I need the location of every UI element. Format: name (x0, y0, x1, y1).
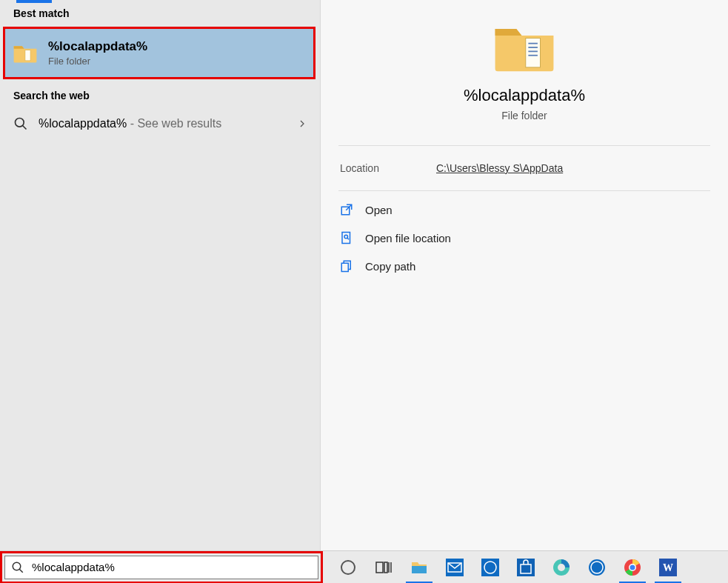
best-match-subtitle: File folder (48, 56, 147, 67)
search-web-header: Search the web (0, 82, 320, 107)
annotation-highlight-2 (0, 551, 323, 584)
cortana-icon (341, 560, 355, 575)
open-icon (340, 203, 353, 216)
web-search-result[interactable]: %localappdata% - See web results (0, 107, 320, 140)
svg-rect-3 (526, 38, 541, 67)
taskbar-cortana[interactable] (330, 551, 366, 584)
svg-line-12 (347, 238, 349, 239)
taskbar-apps: W (330, 551, 686, 583)
svg-rect-17 (376, 562, 383, 573)
action-open-location[interactable]: Open file location (340, 224, 728, 252)
search-icon (11, 561, 24, 574)
taskbar: W (0, 550, 728, 583)
mail-icon (446, 559, 464, 576)
word-icon: W (659, 559, 677, 576)
taskbar-dell-update[interactable] (579, 551, 615, 584)
svg-rect-14 (341, 263, 348, 271)
svg-point-1 (16, 119, 24, 127)
copy-path-icon (340, 259, 353, 273)
preview-panel: %localappdata% File folder Location C:\U… (321, 0, 728, 550)
svg-rect-18 (384, 562, 387, 573)
dell-update-icon (588, 559, 606, 576)
best-match-title: %localappdata% (48, 39, 147, 54)
taskbar-file-explorer[interactable] (401, 551, 437, 584)
preview-title: %localappdata% (321, 86, 728, 105)
taskbar-edge[interactable] (544, 551, 579, 584)
best-match-texts: %localappdata% File folder (48, 39, 147, 67)
location-label: Location (340, 162, 436, 174)
folder-icon (13, 43, 38, 64)
windows-search-panel: Best match %localappdata% File folder Se… (0, 0, 728, 583)
web-result-suffix: - See web results (127, 117, 221, 130)
svg-text:W: W (663, 562, 673, 573)
search-icon (13, 116, 28, 131)
taskbar-search-box[interactable] (4, 556, 318, 579)
svg-point-15 (13, 562, 21, 570)
store-icon (517, 559, 535, 576)
location-row: Location C:\Users\Blessy S\AppData (321, 146, 728, 190)
task-view-icon (375, 559, 393, 576)
action-open[interactable]: Open (340, 196, 728, 224)
taskbar-word[interactable]: W (650, 551, 686, 584)
preview-subtitle: File folder (321, 110, 728, 121)
action-copy-path[interactable]: Copy path (340, 252, 728, 280)
chevron-right-icon (298, 119, 307, 128)
edge-icon (552, 559, 570, 576)
svg-point-34 (630, 564, 635, 570)
location-path-link[interactable]: C:\Users\Blessy S\AppData (436, 162, 563, 174)
taskbar-mail[interactable] (437, 551, 472, 584)
web-result-text: %localappdata% - See web results (39, 117, 298, 130)
svg-line-16 (19, 569, 23, 573)
best-match-result[interactable]: %localappdata% File folder (5, 29, 313, 77)
action-label: Open file location (365, 232, 451, 244)
svg-line-2 (23, 126, 27, 130)
taskbar-task-view[interactable] (366, 551, 401, 584)
preview-actions: Open Open file location Copy path (321, 191, 728, 280)
best-match-header: Best match (0, 0, 320, 25)
active-filter-indicator (16, 0, 52, 3)
web-result-title: %localappdata% (39, 117, 127, 130)
action-label: Open (365, 204, 393, 216)
taskbar-store[interactable] (508, 551, 544, 584)
folder-icon (492, 21, 556, 74)
preview-header: %localappdata% File folder (321, 0, 728, 121)
open-location-icon (340, 231, 353, 244)
annotation-highlight-1: %localappdata% File folder (3, 27, 315, 79)
dell-icon (481, 559, 499, 576)
search-input[interactable] (30, 561, 318, 573)
taskbar-chrome[interactable] (615, 551, 650, 584)
svg-rect-21 (412, 566, 427, 573)
svg-rect-0 (25, 50, 30, 60)
results-panel: Best match %localappdata% File folder Se… (0, 0, 321, 550)
file-explorer-icon (410, 559, 428, 576)
chrome-icon (624, 559, 641, 576)
action-label: Copy path (365, 260, 415, 273)
taskbar-dell[interactable] (472, 551, 508, 584)
main-area: Best match %localappdata% File folder Se… (0, 0, 728, 550)
svg-point-29 (558, 564, 565, 571)
